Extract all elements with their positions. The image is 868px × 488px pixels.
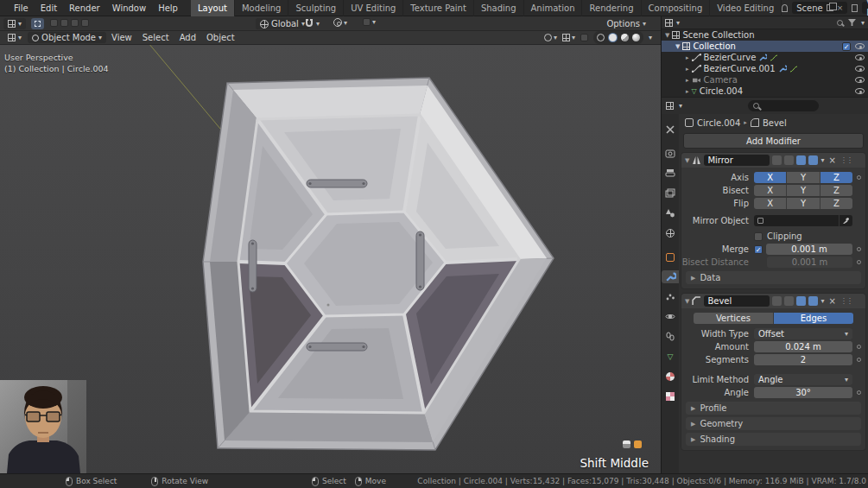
tab-physics[interactable] (662, 310, 680, 323)
disclosure-closed-icon[interactable]: ▸ (686, 77, 689, 84)
menu-object[interactable]: Object (201, 33, 240, 42)
select-extend-icon[interactable] (60, 19, 68, 27)
outliner-row-scene-collection[interactable]: ▼ Scene Collection (662, 29, 868, 41)
mirror-object-field[interactable] (754, 215, 839, 226)
shading-dropdown-icon[interactable]: ▾ (649, 34, 652, 41)
hide-eye-icon[interactable] (855, 77, 865, 83)
xray-toggle-icon[interactable] (580, 34, 588, 41)
remove-scene-icon[interactable]: × (837, 4, 844, 12)
collection-checkbox[interactable]: ✓ (842, 42, 851, 51)
axis-x-button[interactable]: X (754, 172, 787, 183)
data-subpanel-header[interactable]: ▶ Data (686, 271, 861, 284)
hide-eye-icon[interactable] (855, 54, 865, 60)
extra-dropdown-icon[interactable]: ▾ (372, 18, 376, 26)
decorator-dot[interactable] (857, 247, 861, 251)
tab-modifiers[interactable] (662, 270, 680, 283)
render-display-toggle-icon[interactable] (808, 296, 818, 306)
chevron-down-icon[interactable]: ▾ (679, 102, 682, 110)
viewport-editor-type-button[interactable]: ▾ (3, 32, 26, 43)
panel-expand-icon[interactable]: ▼ (685, 157, 689, 164)
menu-edit[interactable]: Edit (35, 3, 63, 13)
segments-field[interactable]: 2 (754, 354, 852, 365)
mirror-panel-header[interactable]: ▼ Mirror ▾ × ⋮⋮ (681, 153, 865, 168)
hide-eye-icon[interactable] (855, 88, 865, 94)
properties-search-input[interactable] (748, 100, 819, 111)
drag-handle-icon[interactable]: ⋮⋮ (840, 156, 852, 164)
editmode-display-toggle-icon[interactable] (772, 296, 782, 306)
angle-field[interactable]: 30° (754, 387, 852, 398)
snap-dropdown-icon[interactable]: ▾ (316, 20, 320, 28)
outliner-row-beziercurve[interactable]: ▸ BezierCurve (662, 52, 868, 63)
profile-subpanel-header[interactable]: ▶ Profile (686, 402, 861, 415)
editmode-display-toggle-icon[interactable] (772, 155, 782, 165)
bevel-panel-header[interactable]: ▼ Bevel ▾ × ⋮⋮ (681, 294, 865, 308)
new-scene-icon[interactable] (827, 4, 833, 11)
cage-display-toggle-icon[interactable] (784, 296, 794, 306)
panel-expand-icon[interactable]: ▼ (685, 298, 689, 305)
shading-subpanel-header[interactable]: ▶ Shading (686, 433, 861, 446)
hide-eye-icon[interactable] (855, 66, 865, 72)
menu-add[interactable]: Add (174, 33, 201, 42)
realtime-display-toggle-icon[interactable] (796, 296, 806, 306)
breadcrumb-object[interactable]: Circle.004 (697, 118, 740, 128)
tab-video-editing[interactable]: Video Editing (710, 0, 782, 16)
chevron-down-icon[interactable]: ▾ (554, 34, 557, 41)
tab-layout[interactable]: Layout (191, 0, 235, 16)
modifier-name-field[interactable]: Bevel (704, 295, 770, 307)
tab-world[interactable] (662, 226, 680, 239)
select-subtract-icon[interactable] (71, 19, 79, 27)
shading-wireframe-icon[interactable] (597, 34, 605, 41)
bisect-y-button[interactable]: Y (787, 185, 820, 196)
editor-type-button[interactable]: ▾ (3, 18, 26, 29)
viewport-3d[interactable]: User Perspective (1) Collection | Circle… (0, 45, 661, 473)
render-display-toggle-icon[interactable] (808, 155, 818, 165)
tab-view-layer[interactable] (662, 187, 680, 200)
menu-file[interactable]: File (8, 3, 35, 13)
menu-window[interactable]: Window (106, 3, 152, 13)
tab-material[interactable] (662, 370, 680, 383)
tab-tool[interactable] (662, 123, 680, 136)
select-intersect-icon[interactable] (81, 19, 89, 27)
realtime-display-toggle-icon[interactable] (796, 155, 806, 165)
tab-output[interactable] (662, 167, 680, 180)
tab-scene[interactable] (662, 206, 680, 219)
tab-particles[interactable] (662, 290, 680, 303)
menu-render[interactable]: Render (63, 3, 106, 13)
chevron-down-icon[interactable]: ▾ (572, 34, 575, 41)
flip-y-button[interactable]: Y (787, 198, 820, 209)
width-type-dropdown[interactable]: Offset ▾ (754, 328, 852, 339)
decorator-dot[interactable] (857, 345, 861, 349)
cage-display-toggle-icon[interactable] (784, 155, 794, 165)
bisect-x-button[interactable]: X (754, 185, 787, 196)
add-modifier-button[interactable]: Add Modifier (683, 133, 864, 149)
disclosure-closed-icon[interactable]: ▸ (686, 66, 689, 73)
outliner-row-beziercurve-001[interactable]: ▸ BezierCurve.001 (662, 63, 868, 74)
decorator-dot[interactable] (857, 260, 861, 264)
outliner-editor-type-icon[interactable] (665, 19, 673, 27)
tab-render[interactable] (662, 147, 680, 160)
bisect-distance-field[interactable]: 0.001 m (767, 257, 852, 268)
modifier-extras-dropdown-icon[interactable]: ▾ (820, 156, 824, 164)
proportional-dropdown-icon[interactable]: ▾ (344, 19, 347, 27)
shading-rendered-icon[interactable] (632, 34, 640, 41)
scene-selector[interactable]: Scene × (792, 2, 847, 14)
view-layer-selector[interactable]: View Layer × (862, 2, 868, 14)
chevron-down-icon[interactable]: ▾ (676, 19, 680, 27)
active-tool-button[interactable] (31, 18, 44, 29)
clipping-checkbox[interactable] (754, 232, 763, 241)
shading-solid-active[interactable] (608, 33, 618, 42)
tab-modeling[interactable]: Modeling (235, 0, 289, 16)
remove-modifier-icon[interactable]: × (827, 155, 837, 165)
hide-eye-icon[interactable] (855, 43, 865, 49)
flip-x-button[interactable]: X (754, 198, 787, 209)
remove-modifier-icon[interactable]: × (827, 296, 837, 306)
view-transform-icon[interactable] (363, 18, 371, 26)
proportional-edit-icon[interactable] (333, 18, 342, 27)
menu-help[interactable]: Help (152, 3, 184, 13)
shading-material-icon[interactable] (621, 34, 629, 41)
tab-sculpting[interactable]: Sculpting (288, 0, 344, 16)
outliner-display-dropdown-icon[interactable]: ▾ (861, 19, 865, 27)
modifier-extras-dropdown-icon[interactable]: ▾ (820, 297, 824, 305)
drag-handle-icon[interactable]: ⋮⋮ (840, 297, 852, 305)
tab-animation[interactable]: Animation (524, 0, 583, 16)
